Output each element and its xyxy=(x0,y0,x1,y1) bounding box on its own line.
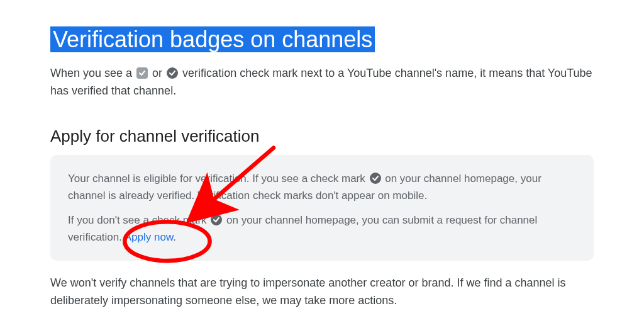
intro-text: When you see a or verification check mar… xyxy=(50,65,594,100)
verified-circle-icon xyxy=(370,173,381,184)
intro-seg-1: When you see a xyxy=(50,67,135,79)
intro-seg-2: or xyxy=(149,67,165,79)
panel-p1-seg-a: Your channel is eligible for verificatio… xyxy=(68,173,369,185)
apply-now-link[interactable]: Apply now xyxy=(125,231,174,243)
verified-circle-icon xyxy=(211,214,222,225)
verified-square-icon xyxy=(136,67,148,79)
panel-p2-seg-a: If you don't see a check mark xyxy=(68,214,209,226)
section-heading-apply: Apply for channel verification xyxy=(50,127,594,146)
panel-p1: Your channel is eligible for verificatio… xyxy=(68,170,576,204)
page-title: Verification badges on channels xyxy=(50,26,375,52)
panel-p2-dot: . xyxy=(173,231,176,243)
verified-circle-icon xyxy=(167,67,178,79)
impersonation-note: We won't verify channels that are trying… xyxy=(50,275,594,310)
panel-p2: If you don't see a check mark on your ch… xyxy=(68,212,576,246)
eligibility-panel: Your channel is eligible for verificatio… xyxy=(50,155,594,261)
